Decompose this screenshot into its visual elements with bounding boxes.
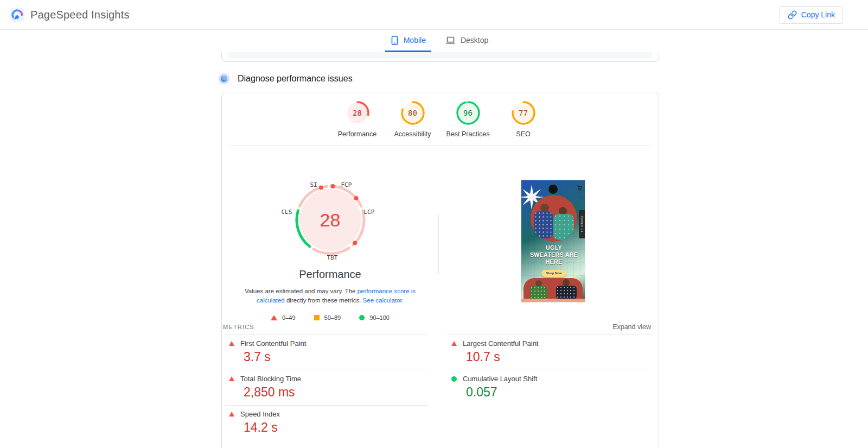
metric-value: 0.057 (466, 385, 650, 400)
tab-desktop[interactable]: Desktop (440, 30, 494, 52)
metric-total-blocking-time: Total Blocking Time 2,850 ms (225, 370, 428, 405)
screenshot-half: ▾ Contact Us UGLY SWEATERS ARE HERE Shop… (438, 146, 659, 319)
contact-us-tab: Contact Us (579, 210, 585, 238)
metric-largest-contentful-paint: Largest Contentful Paint 10.7 s (447, 335, 650, 370)
metric-label: Total Blocking Time (240, 375, 301, 383)
dropdown-caret-icon: ▾ (580, 192, 583, 197)
legend-fail-range: 0–49 (282, 314, 295, 321)
metric-label-tbt: TBT (327, 254, 338, 261)
fail-triangle-icon (229, 341, 234, 346)
hero-photo-circle (531, 195, 577, 242)
cart-icon (577, 185, 582, 191)
metrics-column-left: First Contentful Paint 3.7 s Total Block… (225, 335, 428, 440)
performance-dial: 28 SI FCP LCP CLS TBT (266, 174, 394, 262)
link-icon (788, 10, 797, 20)
best-practices-score-gauge: 96 (456, 101, 480, 125)
metric-label: First Contentful Paint (240, 339, 306, 348)
lighthouse-gauge-icon (219, 73, 229, 84)
metric-value: 3.7 s (244, 350, 428, 364)
legend-fail: 0–49 (271, 314, 295, 321)
metric-label: Cumulative Layout Shift (463, 375, 537, 383)
url-card-sliver (221, 52, 659, 62)
dial-title: Performance (222, 268, 438, 281)
best-practices-score-label: Best Practices (446, 130, 490, 138)
category-performance[interactable]: 28 Performance (333, 101, 382, 138)
desktop-laptop-icon (445, 36, 456, 45)
legend-pass: 90–100 (359, 314, 390, 321)
performance-detail-section: 28 SI FCP LCP CLS TBT Performance Values… (222, 146, 659, 319)
see-calculator-link[interactable]: See calculator. (363, 297, 404, 304)
shop-logo-circle (548, 185, 558, 194)
metrics-header: METRICS Expand view (222, 323, 659, 331)
performance-score-gauge: 28 (346, 101, 369, 125)
app-title: PageSpeed Insights (30, 9, 130, 21)
explainer-text-1: Values are estimated and may vary. The (245, 288, 358, 294)
shop-now-button: Shop Now (541, 270, 566, 277)
legend-pass-range: 90–100 (369, 314, 390, 321)
legend-average-range: 50–89 (324, 314, 341, 321)
metric-cumulative-layout-shift: Cumulative Layout Shift 0.057 (447, 370, 650, 405)
promo-strip: ··· ···· ··· ····· ··· (521, 299, 585, 302)
tab-desktop-label: Desktop (461, 36, 488, 45)
diagnose-section-header: Diagnose performance issues (219, 73, 868, 84)
strategy-tabs: Mobile Desktop (0, 30, 868, 52)
average-square-icon (314, 315, 320, 320)
metric-speed-index: Speed Index 14.2 s (225, 405, 428, 440)
metric-value: 10.7 s (466, 350, 650, 364)
seo-score-value: 77 (512, 101, 535, 125)
bottom-photo (524, 278, 583, 299)
metrics-grid: First Contentful Paint 3.7 s Total Block… (225, 335, 659, 440)
category-scores-row: 28 Performance 80 Accessibility 96 (222, 92, 659, 138)
metric-label-cls: CLS (282, 209, 292, 216)
mobile-phone-icon (391, 36, 399, 45)
home-link[interactable]: PageSpeed Insights (10, 7, 130, 22)
score-legend: 0–49 50–89 90–100 (222, 314, 438, 321)
performance-score-label: Performance (338, 130, 377, 138)
performance-gauge-half: 28 SI FCP LCP CLS TBT Performance Values… (222, 146, 438, 319)
category-accessibility[interactable]: 80 Accessibility (388, 101, 437, 138)
expand-view-button[interactable]: Expand view (612, 323, 651, 331)
diagnose-title: Diagnose performance issues (238, 74, 353, 84)
fail-triangle-icon (451, 341, 457, 346)
tab-mobile-label: Mobile (404, 36, 426, 45)
pass-circle-icon (359, 315, 365, 320)
report-card: 28 Performance 80 Accessibility 96 (221, 92, 659, 448)
legend-average: 50–89 (314, 314, 341, 321)
page-screenshot-thumbnail: ▾ Contact Us UGLY SWEATERS ARE HERE Shop… (521, 180, 585, 302)
fail-triangle-icon (229, 376, 234, 381)
pass-circle-icon (451, 376, 457, 382)
accessibility-score-label: Accessibility (394, 130, 431, 138)
metric-label-fcp: FCP (341, 181, 352, 188)
fail-triangle-icon (271, 315, 277, 320)
metric-value: 2,850 ms (244, 385, 428, 400)
performance-score-value: 28 (346, 101, 369, 125)
accessibility-score-gauge: 80 (401, 101, 425, 125)
thumbnail-headline: UGLY SWEATERS ARE HERE (529, 244, 579, 266)
metric-value: 14.2 s (244, 420, 428, 435)
pagespeed-logo-icon (10, 7, 25, 22)
copy-link-label: Copy Link (801, 10, 835, 19)
metric-label-lcp: LCP (364, 209, 375, 216)
category-seo[interactable]: 77 SEO (499, 101, 548, 138)
explainer-text-2: directly from these metrics. (285, 297, 363, 304)
seo-score-gauge: 77 (512, 101, 535, 125)
fail-triangle-icon (229, 412, 234, 417)
dial-score-value: 28 (284, 174, 376, 266)
metric-label-si: SI (310, 181, 317, 188)
url-card-inner-bar (228, 52, 652, 59)
score-explainer-text: Values are estimated and may vary. The p… (235, 287, 425, 305)
app-header: PageSpeed Insights Copy Link (0, 0, 868, 30)
tab-mobile[interactable]: Mobile (385, 30, 431, 52)
metrics-title: METRICS (223, 324, 254, 330)
metrics-column-right: Largest Contentful Paint 10.7 s Cumulati… (447, 335, 650, 440)
accessibility-score-value: 80 (401, 101, 425, 125)
metric-first-contentful-paint: First Contentful Paint 3.7 s (225, 335, 428, 370)
metric-label: Largest Contentful Paint (463, 339, 538, 348)
copy-link-button[interactable]: Copy Link (780, 6, 843, 24)
metric-label: Speed Index (240, 410, 280, 418)
category-best-practices[interactable]: 96 Best Practices (444, 101, 493, 138)
seo-score-label: SEO (516, 130, 530, 138)
best-practices-score-value: 96 (456, 101, 480, 125)
